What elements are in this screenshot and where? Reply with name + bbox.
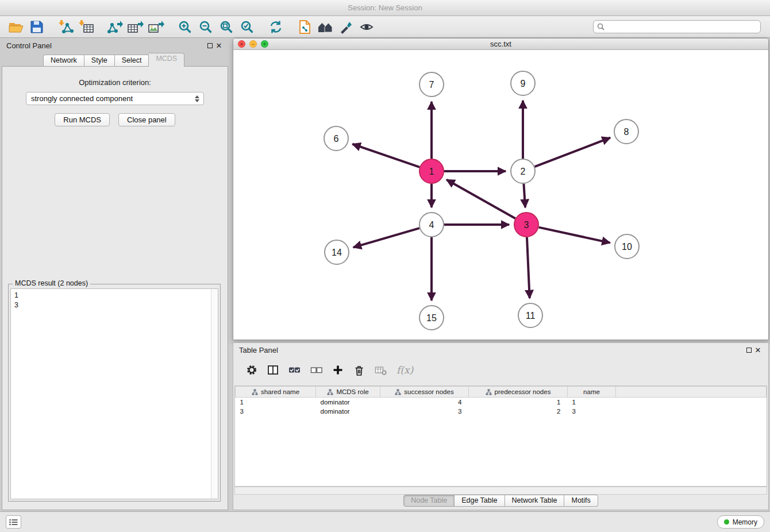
- search-icon: [597, 23, 605, 30]
- graph-node[interactable]: 4: [419, 213, 444, 237]
- table-cell[interactable]: 1: [469, 398, 568, 407]
- save-session-button[interactable]: [26, 18, 47, 36]
- copy-current-view-button[interactable]: [294, 18, 315, 36]
- window-minimize-icon[interactable]: −: [249, 40, 257, 48]
- network-overview-button[interactable]: [315, 18, 336, 36]
- memory-status-icon: [724, 519, 729, 525]
- graph-edge[interactable]: [352, 144, 419, 167]
- window-zoom-icon[interactable]: +: [261, 40, 268, 48]
- table-header-row: shared name MCDS role successor nodes pr…: [236, 387, 767, 398]
- graph-node[interactable]: 7: [419, 72, 444, 97]
- create-column-button[interactable]: [332, 364, 344, 376]
- zoom-in-button[interactable]: [175, 18, 195, 36]
- delete-column-button[interactable]: [353, 364, 365, 376]
- graph-edge[interactable]: [538, 228, 610, 243]
- table-cell[interactable]: 3: [380, 407, 469, 416]
- toggle-columns-button[interactable]: [267, 364, 279, 376]
- table-cell[interactable]: 1: [236, 398, 316, 407]
- run-mcds-button[interactable]: Run MCDS: [55, 113, 110, 126]
- float-icon: [207, 43, 213, 48]
- memory-button[interactable]: Memory: [717, 515, 764, 529]
- main-toolbar: [0, 16, 770, 38]
- graph-edge[interactable]: [535, 138, 610, 167]
- graph-node[interactable]: 6: [324, 126, 348, 151]
- apply-style-button[interactable]: [336, 18, 356, 36]
- table-row[interactable]: 3dominator323: [236, 407, 767, 416]
- import-table-button[interactable]: [76, 18, 97, 36]
- table-cell[interactable]: 1: [568, 398, 616, 407]
- export-network-button[interactable]: [105, 18, 125, 36]
- graph-edge[interactable]: [353, 228, 419, 247]
- network-view-window: × − + scc.txt 7968124314101511: [233, 38, 769, 340]
- table-cell[interactable]: dominator: [316, 407, 380, 416]
- tab-style[interactable]: Style: [84, 55, 115, 67]
- export-table-button[interactable]: [125, 18, 146, 36]
- tab-network-table[interactable]: Network Table: [505, 495, 565, 507]
- table-cell[interactable]: [616, 407, 767, 416]
- show-graphics-details-button[interactable]: [356, 18, 377, 36]
- close-panel-button[interactable]: ✕: [214, 41, 224, 50]
- select-all-button[interactable]: [288, 364, 301, 376]
- graph-node[interactable]: 14: [325, 240, 349, 264]
- column-header-successor-nodes[interactable]: successor nodes: [380, 387, 469, 398]
- import-network-button[interactable]: [55, 18, 76, 36]
- graph-node[interactable]: 9: [511, 71, 535, 95]
- svg-text:11: 11: [526, 311, 536, 321]
- zoom-out-button[interactable]: [195, 18, 216, 36]
- tab-network[interactable]: Network: [43, 55, 84, 67]
- column-header-shared-name[interactable]: shared name: [236, 387, 316, 398]
- tab-node-table[interactable]: Node Table: [403, 495, 455, 507]
- table-float-button[interactable]: [744, 345, 753, 354]
- table-cell[interactable]: dominator: [316, 398, 380, 407]
- window-close-icon[interactable]: ×: [238, 40, 245, 48]
- graph-node[interactable]: 2: [511, 159, 535, 183]
- graph-edge[interactable]: [446, 180, 515, 218]
- graph-edge[interactable]: [527, 237, 530, 298]
- table-cell[interactable]: 4: [380, 398, 469, 407]
- search-input[interactable]: [607, 23, 757, 31]
- criterion-dropdown[interactable]: strongly connected component: [26, 92, 204, 105]
- column-header-predecessor-nodes[interactable]: predecessor nodes: [469, 387, 568, 398]
- graph-node[interactable]: 8: [614, 119, 638, 144]
- refresh-view-button[interactable]: [265, 18, 286, 36]
- float-panel-button[interactable]: [205, 41, 214, 50]
- graph-node[interactable]: 1: [419, 159, 444, 183]
- graph-node[interactable]: 3: [514, 213, 538, 237]
- function-builder-button[interactable]: f(x): [396, 364, 413, 376]
- tab-motifs[interactable]: Motifs: [564, 495, 598, 507]
- table-close-button[interactable]: ✕: [753, 345, 763, 354]
- network-canvas-area: 7968124314101511: [233, 50, 768, 340]
- table-toolbar: f(x): [233, 357, 768, 383]
- graph-node[interactable]: 11: [518, 303, 542, 327]
- zoom-selected-button[interactable]: [237, 18, 257, 36]
- task-history-button[interactable]: [6, 515, 21, 529]
- table-cell[interactable]: 3: [568, 407, 616, 416]
- network-graph[interactable]: 7968124314101511: [233, 50, 768, 340]
- graph-node[interactable]: 15: [419, 306, 444, 330]
- tab-mcds[interactable]: MCDS: [149, 53, 184, 67]
- fit-content-button[interactable]: [216, 18, 237, 36]
- export-image-button[interactable]: [146, 18, 167, 36]
- table-cell[interactable]: [616, 398, 767, 407]
- clear-selection-button[interactable]: [310, 364, 322, 376]
- table-row[interactable]: 1dominator411: [236, 398, 767, 407]
- result-scrollbar[interactable]: [211, 289, 218, 499]
- graph-edge[interactable]: [523, 184, 525, 207]
- column-header-mcds-role[interactable]: MCDS role: [316, 387, 380, 398]
- svg-text:6: 6: [334, 134, 339, 144]
- float-icon: [746, 348, 752, 353]
- search-field[interactable]: [593, 20, 761, 33]
- delete-table-button[interactable]: [375, 365, 387, 376]
- network-window-titlebar[interactable]: × − + scc.txt: [233, 38, 768, 50]
- close-panel-action-button[interactable]: Close panel: [118, 113, 175, 126]
- zoom-selected-icon: [240, 20, 254, 34]
- column-header-name[interactable]: name: [568, 387, 616, 398]
- table-cell[interactable]: 2: [469, 407, 568, 416]
- mcds-result-text: 1 3: [11, 289, 211, 499]
- tab-select[interactable]: Select: [115, 55, 149, 67]
- tab-edge-table[interactable]: Edge Table: [455, 495, 505, 507]
- graph-node[interactable]: 10: [615, 234, 639, 259]
- table-settings-button[interactable]: [246, 364, 257, 376]
- table-cell[interactable]: 3: [236, 407, 316, 416]
- open-folder-button[interactable]: [6, 18, 26, 36]
